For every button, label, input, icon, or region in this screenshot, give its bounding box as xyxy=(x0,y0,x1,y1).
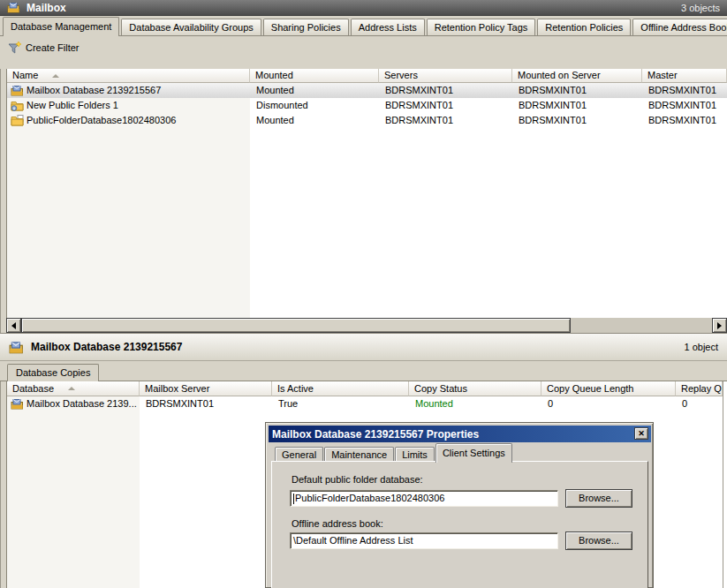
page-title: Mailbox xyxy=(27,2,66,14)
sorted-column-tint xyxy=(7,396,140,588)
mailbox-database-icon xyxy=(9,341,24,354)
column-header-master[interactable]: Master xyxy=(642,69,727,83)
copy-queue-length: 0 xyxy=(541,396,676,411)
detail-object-count: 1 object xyxy=(684,342,718,352)
client-settings-panel: Default public folder database: PublicFo… xyxy=(271,461,648,588)
public-folder-icon xyxy=(11,115,24,126)
results-pane-title-bar: Mailbox 3 objects xyxy=(0,0,727,16)
db-name: PublicFolderDatabase1802480306 xyxy=(27,113,176,128)
tab-maintenance[interactable]: Maintenance xyxy=(324,447,394,462)
tab-general[interactable]: General xyxy=(275,447,323,462)
create-filter-label: Create Filter xyxy=(26,42,80,53)
db-master: BDRSMXINT01 xyxy=(642,83,727,98)
replay-queue-length: 0 xyxy=(676,396,723,411)
copy-is-active: True xyxy=(272,396,409,411)
copy-database-name: Mailbox Database 2139... xyxy=(27,396,137,411)
detail-pane-header: Mailbox Database 2139215567 1 object xyxy=(0,333,727,361)
dialog-title-bar[interactable]: Mailbox Database 2139215567 Properties ✕ xyxy=(269,426,651,442)
mailbox-icon xyxy=(7,2,20,13)
tab-client-settings[interactable]: Client Settings xyxy=(435,443,512,463)
offline-address-book-label: Offline address book: xyxy=(292,518,383,529)
detail-pane-title: Mailbox Database 2139215567 xyxy=(31,341,182,353)
list-right-border xyxy=(723,381,723,588)
tab-offline-address-book[interactable]: Offline Address Book xyxy=(632,19,727,35)
column-header-servers-label: Servers xyxy=(384,69,418,82)
database-list: Name Mounted Servers Mounted on Server M… xyxy=(6,69,727,318)
public-folder-new-icon xyxy=(11,100,24,111)
close-icon[interactable]: ✕ xyxy=(634,427,648,440)
default-public-folder-database-value: PublicFolderDatabase1802480306 xyxy=(295,491,444,506)
filter-toolbar: Create Filter xyxy=(0,36,727,69)
column-header-mounted-label: Mounted xyxy=(255,69,293,82)
column-header-database-label: Database xyxy=(12,382,54,396)
scroll-left-button[interactable] xyxy=(6,318,21,333)
mailbox-database-icon xyxy=(11,398,24,410)
tab-database-availability-groups[interactable]: Database Availability Groups xyxy=(121,19,261,35)
tab-retention-policy-tags[interactable]: Retention Policy Tags xyxy=(427,19,536,35)
column-header-name-label: Name xyxy=(12,69,38,82)
properties-dialog: Mailbox Database 2139215567 Properties ✕… xyxy=(265,422,654,588)
db-servers: BDRSMXINT01 xyxy=(379,113,512,128)
browse-offline-address-book-button[interactable]: Browse... xyxy=(565,531,632,550)
tab-sharing-policies[interactable]: Sharing Policies xyxy=(263,19,349,35)
db-mounted-state: Mounted xyxy=(250,113,379,128)
browse-public-folder-database-button[interactable]: Browse... xyxy=(565,489,632,508)
table-row[interactable]: PublicFolderDatabase1802480306 Mounted B… xyxy=(7,113,727,128)
sort-ascending-icon xyxy=(52,74,59,78)
object-count: 3 objects xyxy=(681,3,720,13)
scroll-right-icon xyxy=(717,322,722,329)
tab-database-management[interactable]: Database Management xyxy=(3,17,119,36)
column-header-mailbox-server-label: Mailbox Server xyxy=(145,382,209,396)
db-mounted-state: Mounted xyxy=(250,83,379,98)
db-master: BDRSMXINT01 xyxy=(642,113,727,128)
db-mounted-on-server: BDRSMXINT01 xyxy=(512,98,642,113)
column-header-mounted-on-server[interactable]: Mounted on Server xyxy=(512,69,642,83)
sort-ascending-icon xyxy=(68,387,75,390)
offline-address-book-value: \Default Offline Address List xyxy=(293,533,413,548)
tab-address-lists[interactable]: Address Lists xyxy=(351,19,425,35)
scrollbar-thumb[interactable] xyxy=(21,318,571,333)
tab-limits[interactable]: Limits xyxy=(395,447,435,462)
column-header-mounted[interactable]: Mounted xyxy=(250,69,379,83)
text-caret xyxy=(293,494,294,504)
offline-address-book-field[interactable]: \Default Offline Address List xyxy=(290,532,558,549)
table-row[interactable]: Mailbox Database 2139... BDRSMXINT01 Tru… xyxy=(7,396,727,411)
detail-tab-strip: Database Copies xyxy=(0,361,727,381)
table-row[interactable]: New Public Folders 1 Dismounted BDRSMXIN… xyxy=(7,98,727,113)
column-header-master-label: Master xyxy=(647,69,678,82)
create-filter-button[interactable]: Create Filter xyxy=(8,41,80,54)
filter-funnel-icon xyxy=(8,41,22,54)
default-public-folder-database-label: Default public folder database: xyxy=(292,474,423,485)
column-header-database[interactable]: Database xyxy=(7,381,140,396)
mailbox-database-icon xyxy=(11,85,24,96)
db-mounted-on-server: BDRSMXINT01 xyxy=(512,113,642,128)
copy-status-value: Mounted xyxy=(409,396,541,411)
db-name: Mailbox Database 2139215567 xyxy=(27,83,161,98)
column-header-is-active-label: Is Active xyxy=(277,382,314,396)
tab-retention-policies[interactable]: Retention Policies xyxy=(537,19,631,35)
column-header-replay-queue[interactable]: Replay Qu xyxy=(676,381,723,396)
db-mounted-state: Dismounted xyxy=(250,98,379,113)
column-header-mailbox-server[interactable]: Mailbox Server xyxy=(140,381,272,396)
db-servers: BDRSMXINT01 xyxy=(379,98,512,113)
default-public-folder-database-field[interactable]: PublicFolderDatabase1802480306 xyxy=(290,490,558,507)
scroll-left-icon xyxy=(11,322,16,329)
column-header-copy-queue-length-label: Copy Queue Length xyxy=(547,382,633,396)
column-header-replay-queue-label: Replay Qu xyxy=(681,382,723,396)
window-left-border xyxy=(0,16,1,588)
column-header-copy-queue-length[interactable]: Copy Queue Length xyxy=(541,381,676,396)
table-row[interactable]: Mailbox Database 2139215567 Mounted BDRS… xyxy=(7,83,727,98)
tab-database-copies[interactable]: Database Copies xyxy=(7,364,99,381)
column-header-is-active[interactable]: Is Active xyxy=(272,381,409,396)
db-master: BDRSMXINT01 xyxy=(642,98,727,113)
scroll-right-button[interactable] xyxy=(712,318,727,333)
dialog-tab-strip: General Maintenance Limits Client Settin… xyxy=(275,442,513,462)
horizontal-scrollbar[interactable] xyxy=(6,318,727,333)
column-header-copy-status[interactable]: Copy Status xyxy=(409,381,541,396)
db-mounted-on-server: BDRSMXINT01 xyxy=(512,83,642,98)
column-header-servers[interactable]: Servers xyxy=(379,69,512,83)
copy-mailbox-server: BDRSMXINT01 xyxy=(140,396,272,411)
column-header-name[interactable]: Name xyxy=(7,69,250,83)
dialog-title: Mailbox Database 2139215567 Properties xyxy=(272,428,479,441)
db-name: New Public Folders 1 xyxy=(27,98,118,113)
